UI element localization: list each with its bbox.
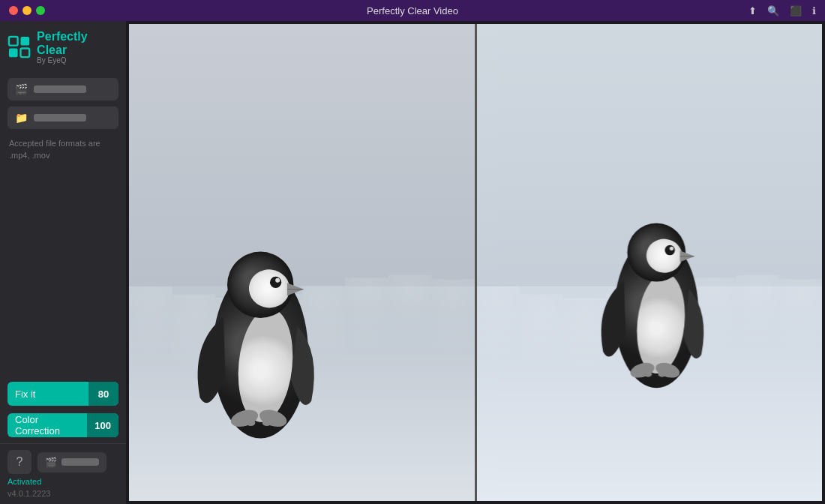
left-video-canvas (129, 24, 475, 501)
logo-sub-text: By EyeQ (37, 56, 118, 64)
svg-rect-2 (9, 49, 18, 58)
color-correction-value: 100 (87, 413, 118, 437)
info-icon[interactable]: ℹ (812, 5, 816, 16)
title-bar-icons: ⬆ 🔍 ⬛ ℹ (748, 5, 816, 16)
video-icon: 🎬 (15, 83, 28, 95)
minimize-button[interactable] (22, 6, 32, 15)
svg-rect-0 (9, 37, 18, 46)
logo-text: Perfectly Clear By EyeQ (37, 30, 118, 64)
traffic-lights (9, 6, 45, 15)
export-label (62, 458, 99, 466)
slider-section: Fix it 80 Color Correction 100 (0, 376, 126, 443)
fix-it-value: 80 (88, 382, 118, 406)
left-video-panel (129, 24, 475, 501)
svg-rect-1 (20, 37, 29, 46)
right-video-canvas (477, 24, 823, 501)
folder-icon: 📁 (15, 112, 28, 124)
sidebar-bottom: ? 🎬 Activated v4.0.1.2223 (0, 443, 126, 504)
sidebar-logo: Perfectly Clear By EyeQ (0, 21, 126, 72)
right-video-panel (477, 24, 823, 501)
maximize-button[interactable] (36, 6, 45, 15)
airdrop-icon[interactable]: ⬆ (748, 5, 757, 16)
output-folder-button[interactable]: 📁 (8, 106, 118, 129)
logo-main-text: Perfectly Clear (37, 30, 118, 56)
search-icon[interactable]: 🔍 (767, 5, 779, 16)
import-video-button[interactable]: 🎬 (8, 78, 118, 100)
svg-rect-3 (20, 49, 29, 58)
accepted-formats: Accepted file formats are .mp4, .mov (0, 135, 126, 170)
title-bar: Perfectly Clear Video ⬆ 🔍 ⬛ ℹ (0, 0, 825, 21)
export-icon: 🎬 (45, 457, 57, 468)
activated-badge: Activated (8, 477, 118, 486)
sidebar-buttons: 🎬 📁 (0, 72, 126, 135)
color-correction-label: Color Correction (8, 414, 87, 436)
folder-label (34, 114, 86, 122)
logo-icon (8, 35, 31, 59)
video-area (126, 21, 825, 504)
fix-it-label: Fix it (8, 388, 88, 400)
export-button[interactable]: 🎬 (38, 452, 106, 472)
import-label (34, 86, 86, 93)
question-icon: ? (16, 455, 23, 469)
window-title: Perfectly Clear Video (367, 5, 458, 16)
fix-it-slider[interactable]: Fix it 80 (8, 382, 118, 406)
version-label: v4.0.1.2223 (8, 489, 118, 498)
close-button[interactable] (9, 6, 18, 15)
help-button[interactable]: ? (8, 450, 32, 474)
sidebar-spacer (0, 170, 126, 376)
bottom-icons-row: ? 🎬 (8, 450, 118, 474)
sidebar: Perfectly Clear By EyeQ 🎬 📁 Accepted fil… (0, 21, 126, 504)
share-icon[interactable]: ⬛ (790, 5, 802, 16)
main-content: Perfectly Clear By EyeQ 🎬 📁 Accepted fil… (0, 21, 825, 504)
color-correction-slider[interactable]: Color Correction 100 (8, 413, 118, 437)
